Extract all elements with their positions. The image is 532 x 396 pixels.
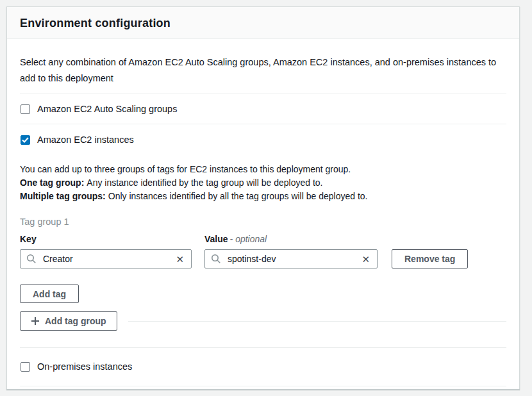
- tag-value-field[interactable]: ✕: [204, 249, 378, 268]
- key-label: Key: [20, 234, 37, 244]
- panel-body: Select any combination of Amazon EC2 Aut…: [7, 39, 519, 386]
- value-label-container: Value- optional: [204, 234, 267, 244]
- ec2-instances-checkbox[interactable]: [21, 135, 30, 145]
- clear-value-icon[interactable]: ✕: [360, 254, 371, 265]
- horizontal-rule: [128, 321, 506, 322]
- auto-scaling-groups-checkbox[interactable]: [21, 104, 30, 114]
- tag-help-one-group: One tag group:Any instance identified by…: [20, 176, 506, 190]
- panel-header: Environment configuration: [7, 7, 519, 39]
- tag-help-intro: You can add up to three groups of tags f…: [20, 163, 506, 176]
- one-tag-group-text: Any instance identified by the tag group…: [87, 177, 322, 188]
- option-row-auto-scaling-groups[interactable]: Amazon EC2 Auto Scaling groups: [20, 103, 506, 115]
- plus-icon: [31, 317, 40, 326]
- tag-value-input[interactable]: [226, 253, 360, 265]
- panel-title: Environment configuration: [20, 17, 170, 29]
- tag-help-multi-group: Multiple tag groups:Only instances ident…: [20, 190, 506, 203]
- field-labels-row: Key Value- optional: [20, 234, 506, 244]
- environment-configuration-panel: Environment configuration Select any com…: [6, 6, 520, 390]
- ec2-instances-label: Amazon EC2 instances: [37, 135, 134, 145]
- tag-help-text: You can add up to three groups of tags f…: [20, 163, 506, 203]
- option-row-on-premises[interactable]: On-premises instances: [20, 360, 506, 373]
- search-icon: [26, 254, 37, 264]
- add-tag-group-row: Add tag group: [20, 311, 506, 331]
- search-icon: [211, 254, 221, 264]
- multiple-tag-groups-label: Multiple tag groups:: [20, 191, 106, 201]
- add-tag-group-label: Add tag group: [45, 316, 106, 326]
- option-row-ec2-instances[interactable]: Amazon EC2 instances: [20, 133, 506, 146]
- clear-key-icon[interactable]: ✕: [174, 254, 185, 265]
- divider: [20, 386, 506, 386]
- add-tag-group-button[interactable]: Add tag group: [20, 311, 117, 331]
- value-optional-label: - optional: [230, 234, 267, 244]
- tag-row: ✕ ✕ Remove tag: [20, 249, 506, 268]
- on-premises-checkbox[interactable]: [21, 362, 30, 372]
- tag-key-input[interactable]: [42, 253, 174, 265]
- divider: [20, 124, 506, 124]
- tag-group-title: Tag group 1: [20, 217, 506, 227]
- one-tag-group-label: One tag group:: [20, 177, 84, 188]
- add-tag-button[interactable]: Add tag: [20, 285, 79, 303]
- remove-tag-button[interactable]: Remove tag: [392, 249, 468, 268]
- key-label-container: Key: [20, 234, 204, 244]
- divider: [20, 347, 506, 348]
- on-premises-label: On-premises instances: [37, 361, 132, 372]
- value-label: Value: [204, 234, 228, 244]
- panel-description: Select any combination of Amazon EC2 Aut…: [20, 54, 506, 87]
- multiple-tag-groups-text: Only instances identified by all the tag…: [108, 191, 368, 201]
- tag-key-field[interactable]: ✕: [20, 249, 192, 268]
- check-icon: [22, 137, 29, 143]
- divider: [20, 94, 506, 94]
- auto-scaling-groups-label: Amazon EC2 Auto Scaling groups: [37, 104, 177, 114]
